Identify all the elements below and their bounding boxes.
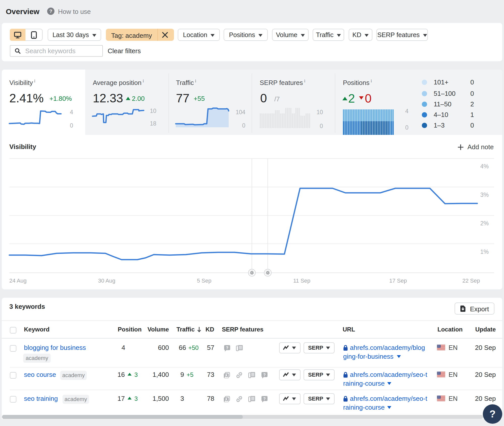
svg-text:?: ? [263, 397, 266, 401]
svg-text:?: ? [226, 346, 228, 350]
svg-text:?: ? [263, 373, 266, 377]
